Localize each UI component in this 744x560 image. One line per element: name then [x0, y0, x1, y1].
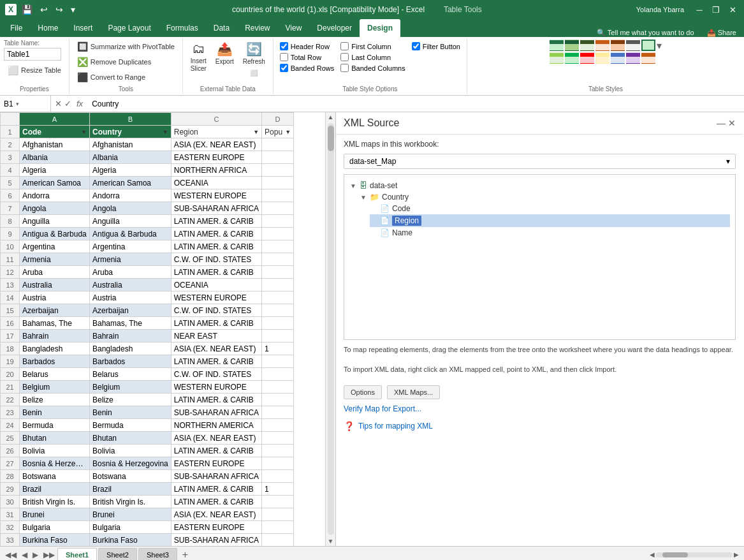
- cell-a4[interactable]: Algeria: [20, 164, 90, 177]
- verify-export-link[interactable]: Verify Map for Export...: [344, 404, 421, 413]
- cell-b33[interactable]: Burkina Faso: [90, 534, 171, 547]
- cell-d14[interactable]: [262, 291, 294, 304]
- style-med-green-1[interactable]: [550, 52, 564, 64]
- cell-a20[interactable]: Belarus: [20, 368, 90, 381]
- cell-c15[interactable]: C.W. OF IND. STATES: [171, 304, 261, 317]
- cell-a27[interactable]: Bosnia & Herzegovi: [20, 457, 90, 470]
- cell-c29[interactable]: LATIN AMER. & CARIB: [171, 483, 261, 496]
- cell-d26[interactable]: [262, 445, 294, 457]
- cell-c23[interactable]: SUB-SAHARAN AFRICA: [171, 406, 261, 419]
- refresh-btn[interactable]: 🔄 Refresh: [239, 40, 269, 68]
- style-blue-1[interactable]: [611, 52, 625, 64]
- cell-b24[interactable]: Bermuda: [90, 419, 171, 432]
- cell-d30[interactable]: [262, 496, 294, 508]
- cell-d23[interactable]: [262, 406, 294, 419]
- col-a-header-cell[interactable]: Code ▼: [20, 126, 90, 138]
- tab-view[interactable]: View: [278, 19, 310, 37]
- cell-b11[interactable]: Armenia: [90, 253, 171, 266]
- cell-b8[interactable]: Anguilla: [90, 215, 171, 228]
- code-filter-icon[interactable]: ▼: [81, 129, 87, 135]
- tab-review[interactable]: Review: [237, 19, 277, 37]
- cell-c28[interactable]: SUB-SAHARAN AFRICA: [171, 470, 261, 483]
- cell-c32[interactable]: EASTERN EUROPE: [171, 521, 261, 534]
- style-orange-1[interactable]: [595, 40, 609, 51]
- cell-c20[interactable]: C.W. OF IND. STATES: [171, 368, 261, 381]
- cell-d18[interactable]: 1: [262, 343, 294, 355]
- grid-scroll[interactable]: A B C D 1 Code ▼: [0, 112, 325, 546]
- tree-item-region[interactable]: 📄 Region: [370, 214, 730, 227]
- tab-insert[interactable]: Insert: [66, 19, 100, 37]
- cell-b31[interactable]: Brunei: [90, 508, 171, 521]
- cell-b15[interactable]: Azerbaijan: [90, 304, 171, 317]
- cell-a8[interactable]: Anguilla: [20, 215, 90, 228]
- cell-b30[interactable]: British Virgin Is.: [90, 496, 171, 508]
- cell-a29[interactable]: Brazil: [20, 483, 90, 496]
- cell-b32[interactable]: Bulgaria: [90, 521, 171, 534]
- tab-home[interactable]: Home: [30, 19, 66, 37]
- cell-a22[interactable]: Belize: [20, 394, 90, 406]
- cell-b2[interactable]: Afghanistan: [90, 138, 171, 151]
- h-scroll-thumb[interactable]: [662, 552, 688, 557]
- cell-c10[interactable]: LATIN AMER. & CARIB: [171, 240, 261, 253]
- tips-link[interactable]: Tips for mapping XML: [358, 422, 433, 431]
- cell-a9[interactable]: Antigua & Barbuda: [20, 228, 90, 240]
- tab-file[interactable]: File: [3, 19, 30, 37]
- cell-c11[interactable]: C.W. OF IND. STATES: [171, 253, 261, 266]
- cell-c31[interactable]: ASIA (EX. NEAR EAST): [171, 508, 261, 521]
- col-header-a[interactable]: A: [20, 113, 90, 126]
- cell-a23[interactable]: Benin: [20, 406, 90, 419]
- options-btn[interactable]: Options: [344, 385, 382, 399]
- cell-b19[interactable]: Barbados: [90, 355, 171, 368]
- style-light-green[interactable]: [641, 40, 655, 51]
- cell-c33[interactable]: SUB-SAHARAN AFRICA: [171, 534, 261, 547]
- col-header-c[interactable]: C: [171, 113, 261, 126]
- confirm-formula-icon[interactable]: ✓: [64, 99, 71, 108]
- cell-b3[interactable]: Albania: [90, 151, 171, 164]
- cell-b23[interactable]: Benin: [90, 406, 171, 419]
- formula-value[interactable]: Country: [89, 99, 744, 108]
- cell-a28[interactable]: Botswana: [20, 470, 90, 483]
- cell-d19[interactable]: [262, 355, 294, 368]
- tab-design[interactable]: Design: [360, 19, 400, 37]
- cell-d31[interactable]: [262, 508, 294, 521]
- cell-b18[interactable]: Bangladesh: [90, 343, 171, 355]
- cell-d32[interactable]: [262, 521, 294, 534]
- cell-d21[interactable]: [262, 381, 294, 394]
- save-btn[interactable]: 💾: [19, 3, 35, 16]
- share-btn[interactable]: 📤 Share: [702, 29, 741, 37]
- cell-c12[interactable]: LATIN AMER. & CARIB: [171, 266, 261, 279]
- cell-c19[interactable]: LATIN AMER. & CARIB: [171, 355, 261, 368]
- tab-data[interactable]: Data: [206, 19, 237, 37]
- cell-d7[interactable]: [262, 202, 294, 215]
- last-column-checkbox[interactable]: [340, 53, 349, 61]
- col-header-d[interactable]: D: [262, 113, 294, 126]
- cell-c16[interactable]: LATIN AMER. & CARIB: [171, 317, 261, 330]
- cell-a26[interactable]: Bolivia: [20, 445, 90, 457]
- redo-btn[interactable]: ↪: [53, 3, 66, 16]
- cell-a30[interactable]: British Virgin Is.: [20, 496, 90, 508]
- style-yellow-1[interactable]: [595, 52, 609, 64]
- cell-b20[interactable]: Belarus: [90, 368, 171, 381]
- cell-b10[interactable]: Argentina: [90, 240, 171, 253]
- sheet-scroll-right[interactable]: ▶: [734, 551, 739, 558]
- convert-range-btn[interactable]: ⬛ Convert to Range: [73, 70, 149, 84]
- sheet-tab-3[interactable]: Sheet3: [138, 548, 177, 560]
- cell-a5[interactable]: American Samoa: [20, 177, 90, 189]
- cell-ref-box[interactable]: B1 ▾: [0, 96, 51, 112]
- cell-d12[interactable]: [262, 266, 294, 279]
- sheet-nav-next[interactable]: ▶: [30, 550, 41, 559]
- cell-d33[interactable]: [262, 534, 294, 547]
- cell-a14[interactable]: Austria: [20, 291, 90, 304]
- minimize-btn[interactable]: ─: [693, 3, 706, 16]
- undo-btn[interactable]: ↩: [38, 3, 50, 16]
- cell-d13[interactable]: [262, 279, 294, 291]
- header-row-checkbox[interactable]: [280, 42, 288, 50]
- cell-d11[interactable]: [262, 253, 294, 266]
- cell-b16[interactable]: Bahamas, The: [90, 317, 171, 330]
- cell-a2[interactable]: Afghanistan: [20, 138, 90, 151]
- cell-b21[interactable]: Belgium: [90, 381, 171, 394]
- cell-d3[interactable]: [262, 151, 294, 164]
- banded-rows-checkbox[interactable]: [280, 64, 288, 72]
- country-expand-icon[interactable]: ▼: [360, 194, 367, 201]
- cell-a11[interactable]: Armenia: [20, 253, 90, 266]
